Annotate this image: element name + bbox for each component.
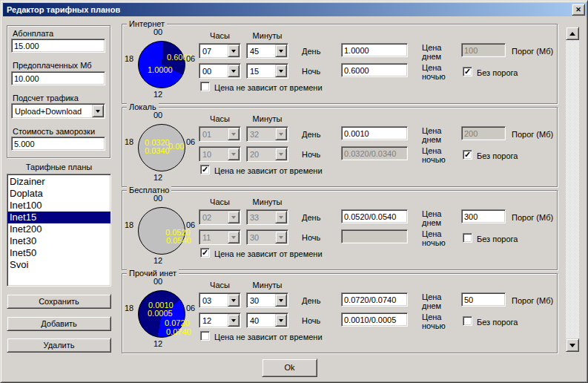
combo-dropdown-icon[interactable] — [228, 314, 240, 327]
day-hour-select[interactable]: 03 — [199, 292, 241, 308]
day-minute-select[interactable]: 45 — [246, 43, 288, 59]
day-label: День — [302, 296, 320, 305]
price-day-input[interactable]: 0.0520/0.0540 — [341, 209, 408, 223]
combo-value: 01 — [202, 130, 211, 139]
combo-dropdown-icon[interactable] — [275, 45, 287, 57]
close-button[interactable]: ✕ — [572, 4, 585, 16]
day-minute-select[interactable]: 30 — [246, 292, 288, 308]
price-night-input[interactable]: 0.0320/0.0340 — [341, 146, 408, 160]
list-item[interactable]: Dizainer — [7, 176, 110, 188]
list-item[interactable]: Inet50 — [7, 247, 110, 259]
time-independent-label: Цена не зависит от времени — [214, 166, 323, 175]
combo-dropdown-icon[interactable] — [275, 128, 287, 140]
arrow-down-icon — [569, 344, 575, 347]
combo-dropdown-icon[interactable] — [275, 211, 287, 223]
no-threshold-checkbox[interactable] — [463, 316, 472, 326]
combo-dropdown-icon[interactable] — [275, 314, 287, 327]
no-threshold-checkbox[interactable] — [463, 67, 472, 76]
scroll-down-button[interactable] — [566, 338, 579, 352]
price-night-input[interactable] — [341, 229, 408, 243]
threshold-input[interactable]: 100 — [461, 43, 506, 57]
price-night-input[interactable]: 0.6000 — [341, 63, 408, 77]
chevron-down-icon — [96, 110, 100, 113]
scroll-up-button[interactable] — [566, 27, 579, 40]
night-hour-select[interactable]: 11 — [199, 229, 241, 245]
clock-18-label: 18 — [125, 55, 133, 63]
night-minute-select[interactable]: 20 — [246, 146, 288, 162]
clock-06-label: 06 — [186, 138, 195, 146]
tariff-plans-list[interactable]: Dizainer Doplata Inet100 Inet15 Inet200 … — [7, 174, 111, 287]
time-independent-checkbox[interactable] — [200, 82, 210, 91]
vertical-scrollbar[interactable] — [566, 27, 579, 352]
price-day-input[interactable]: 1.0000 — [341, 43, 408, 57]
pie-price-label: 0.0340 — [145, 147, 170, 154]
night-hour-select[interactable]: 12 — [199, 312, 241, 328]
no-threshold-checkbox[interactable] — [463, 233, 472, 243]
hours-header: Часы — [199, 31, 241, 40]
pie-day-price-label: 0.0720 — [165, 319, 190, 327]
combo-dropdown-icon[interactable] — [228, 65, 240, 77]
combo-dropdown-icon[interactable] — [228, 231, 240, 243]
combo-dropdown-icon[interactable] — [228, 45, 240, 57]
threshold-input[interactable]: 50 — [461, 292, 506, 307]
night-minute-select[interactable]: 15 — [246, 63, 288, 79]
add-button[interactable]: Добавить — [7, 316, 111, 331]
threshold-label: Порог (Мб) — [512, 296, 553, 305]
day-hour-select[interactable]: 02 — [199, 209, 241, 225]
threshold-input[interactable]: 200 — [461, 126, 506, 140]
list-item[interactable]: Inet15 — [7, 212, 110, 223]
combo-dropdown-icon[interactable] — [275, 148, 287, 160]
combo-value: 10 — [202, 150, 211, 159]
day-hour-select[interactable]: 07 — [199, 43, 241, 59]
combo-value: 07 — [202, 47, 211, 56]
combo-dropdown-icon[interactable] — [275, 231, 287, 243]
clock-18-label: 18 — [125, 221, 133, 229]
list-item[interactable]: Inet100 — [7, 200, 110, 212]
price-night-input[interactable]: 0.0010/0.0005 — [341, 312, 408, 327]
ok-button[interactable]: Ok — [262, 359, 317, 377]
price-night-label: Цена ночью — [422, 146, 453, 164]
title-bar[interactable]: Редактор тарифных планов ✕ — [3, 3, 587, 16]
time-independent-checkbox[interactable] — [200, 165, 210, 174]
price-day-input[interactable]: 0.0010 — [341, 126, 408, 140]
day-minute-select[interactable]: 32 — [246, 126, 288, 142]
time-independent-checkbox[interactable] — [200, 331, 210, 341]
prepaid-mb-input[interactable]: 10.000 — [11, 71, 105, 85]
save-button[interactable]: Сохранить — [7, 294, 111, 309]
night-hour-select[interactable]: 10 — [199, 146, 241, 162]
list-item[interactable]: Svoi — [7, 259, 110, 271]
combo-value: Upload+Download — [15, 107, 82, 116]
price-day-input[interactable]: 0.0720/0.0740 — [341, 292, 408, 307]
combo-value: 40 — [250, 316, 259, 325]
night-minute-select[interactable]: 30 — [246, 229, 288, 245]
combo-value: 33 — [250, 213, 259, 222]
combo-dropdown-icon[interactable] — [228, 294, 240, 307]
list-item[interactable]: Doplata — [7, 188, 110, 200]
chevron-down-icon — [231, 70, 236, 73]
combo-dropdown-icon[interactable] — [228, 148, 240, 160]
combo-dropdown-icon[interactable] — [228, 128, 240, 140]
combo-dropdown-icon[interactable] — [92, 105, 104, 117]
threshold-input[interactable]: 300 — [461, 209, 506, 223]
day-hour-select[interactable]: 01 — [199, 126, 241, 142]
list-item[interactable]: Inet30 — [7, 235, 110, 247]
price-night-label: Цена ночью — [422, 63, 453, 81]
no-threshold-label: Без порога — [477, 68, 518, 77]
combo-dropdown-icon[interactable] — [275, 294, 287, 307]
night-hour-select[interactable]: 00 — [199, 63, 241, 79]
subscription-fee-input[interactable]: 15.000 — [11, 39, 105, 53]
list-item[interactable]: Inet200 — [7, 223, 110, 235]
pie-price-label: 0.00 — [168, 143, 184, 150]
night-label: Ночь — [302, 67, 320, 76]
pie-price-label: 0.0520 — [165, 229, 191, 236]
night-minute-select[interactable]: 40 — [246, 312, 288, 328]
time-independent-label: Цена не зависит от времени — [214, 333, 323, 341]
combo-dropdown-icon[interactable] — [228, 211, 240, 223]
delete-button[interactable]: Удалить — [7, 338, 111, 353]
time-independent-checkbox[interactable] — [200, 248, 210, 258]
freeze-cost-input[interactable]: 5.000 — [11, 137, 105, 151]
combo-dropdown-icon[interactable] — [275, 65, 287, 77]
day-minute-select[interactable]: 33 — [246, 209, 288, 225]
traffic-count-select[interactable]: Upload+Download — [11, 103, 105, 119]
no-threshold-checkbox[interactable] — [463, 150, 472, 160]
